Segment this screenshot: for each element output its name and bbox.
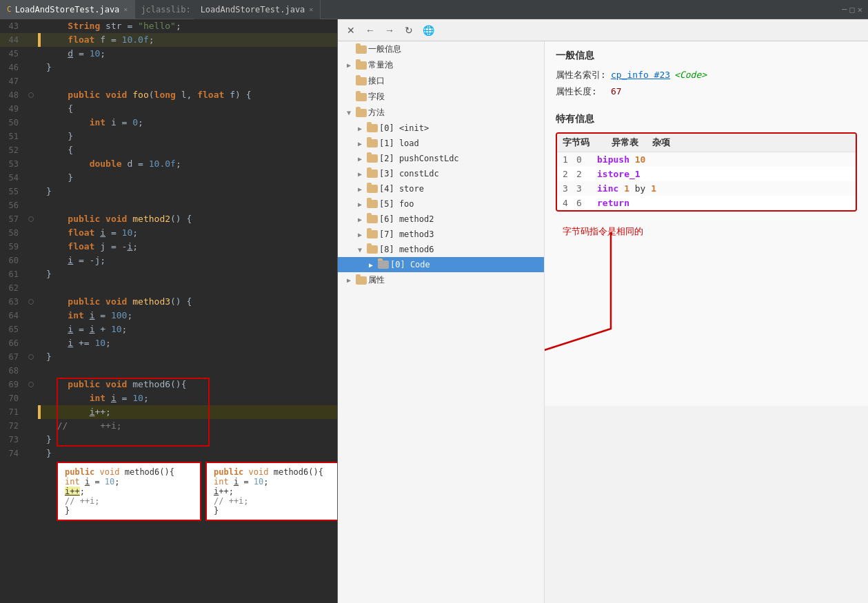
code-line-68: 68 [0, 364, 337, 378]
folder-icon-constldc [367, 170, 378, 178]
tree-item-fields[interactable]: 字段 [338, 89, 544, 105]
bytecode-table: 字节码 异常表 杂项 1 0 bipush 10 2 [556, 132, 857, 212]
tree-item-attrs[interactable]: ▶ 属性 [338, 272, 544, 288]
bc-row-num-4: 4 [563, 198, 576, 208]
tree-label-pushconstldc: [2] pushConstLdc [379, 154, 459, 163]
jcl-main-tab[interactable]: LoadAndStoreTest.java ✕ [194, 0, 321, 19]
folder-icon-methods [356, 109, 367, 117]
folder-icon-method6 [367, 245, 378, 254]
back-button[interactable]: ← [363, 23, 378, 38]
restore-btn[interactable]: □ [850, 5, 855, 14]
jcl-tab-close[interactable]: ✕ [309, 6, 313, 13]
tree-label-method3: [7] method3 [379, 229, 434, 239]
tree-label-methods: 方法 [368, 107, 385, 119]
tree-item-code[interactable]: ▶ [0] Code [338, 257, 544, 272]
bc-header-misc: 杂项 [652, 136, 850, 149]
tree-label-interface: 接口 [368, 75, 385, 87]
code-line-45: 45 d = 10; [0, 47, 337, 61]
attr-name-value[interactable]: cp_info #23 [611, 70, 670, 80]
jcl-tree[interactable]: 一般信息 ▶ 常量池 接口 字段 [338, 41, 545, 603]
code-line-61: 61 } [0, 267, 337, 281]
jcl-toolbar: ✕ ← → ↻ 🌐 [338, 19, 868, 41]
left-editor-tab[interactable]: C LoadAndStoreTest.java ✕ [0, 0, 135, 19]
jcl-content: 一般信息 ▶ 常量池 接口 字段 [338, 41, 868, 603]
close-button[interactable]: ✕ [343, 23, 359, 38]
tree-item-method6[interactable]: ▼ [8] method6 [338, 242, 544, 257]
tree-item-interface[interactable]: 接口 [338, 73, 544, 89]
code-line-48: 48 public void foo(long l, float f) { [0, 88, 337, 102]
code-line-60: 60 i = -j; [0, 254, 337, 267]
tree-label-load: [1] load [379, 139, 419, 148]
tree-item-pushconstldc[interactable]: ▶ [2] pushConstLdc [338, 151, 544, 166]
snippet-2: public void method6(){ int i = 10; i++; … [205, 462, 338, 521]
attr-len-value: 67 [611, 86, 622, 96]
tree-item-init[interactable]: ▶ [0] <init> [338, 121, 544, 136]
arrow-svg [556, 218, 857, 398]
tree-label-store: [4] store [379, 184, 424, 194]
bc-row-num-2: 2 [563, 169, 576, 179]
attr-name-row: 属性名索引: cp_info #23 <Code> [556, 69, 857, 81]
code-line-56: 56 [0, 198, 337, 212]
bc-row-num-1: 1 [563, 154, 576, 165]
bc-instr-3: iinc 1 by 1 [597, 183, 850, 194]
info-title-general: 一般信息 [556, 50, 857, 62]
tree-item-method2[interactable]: ▶ [6] method2 [338, 212, 544, 227]
code-line-67: 67 } [0, 350, 337, 364]
bc-header-exceptions: 异常表 [597, 136, 652, 149]
tree-item-store[interactable]: ▶ [4] store [338, 181, 544, 196]
min-btn[interactable]: ─ [842, 5, 847, 14]
tree-item-load[interactable]: ▶ [1] load [338, 136, 544, 151]
jcl-label: jclasslib: [141, 5, 190, 14]
tree-item-foo[interactable]: ▶ [5] foo [338, 196, 544, 212]
java-icon: C [7, 5, 12, 14]
refresh-button[interactable]: ↻ [401, 23, 416, 38]
code-line-65: 65 i = i + 10; [0, 323, 337, 336]
annotation-text: 字节码指令是相同的 [563, 225, 643, 238]
bc-row-3: 3 3 iinc 1 by 1 [557, 181, 856, 196]
code-line-64: 64 int i = 100; [0, 309, 337, 323]
code-line-66: 66 i += 10; [0, 336, 337, 350]
attr-len-label: 属性长度: [556, 85, 611, 98]
max-btn[interactable]: ✕ [858, 5, 862, 14]
tree-label-method6: [8] method6 [379, 245, 434, 254]
code-line-46: 46 } [0, 61, 337, 74]
tree-item-general[interactable]: 一般信息 [338, 41, 544, 57]
code-editor[interactable]: 43 String str = "hello"; 44 float f = 10… [0, 19, 338, 603]
code-line-69: 69 public void method6(){ [0, 378, 337, 391]
folder-icon-store [367, 185, 378, 193]
tree-item-method3[interactable]: ▶ [7] method3 [338, 227, 544, 242]
info-overlay-container: 一般信息 属性名索引: cp_info #23 <Code> 属性长度: 67 … [545, 41, 868, 603]
bc-header-bytecode: 字节码 [563, 136, 597, 149]
code-box-region: 69 public void method6(){ 70 int i = 10;… [0, 378, 337, 447]
globe-button[interactable]: 🌐 [421, 23, 436, 38]
bc-instr-2: istore_1 [597, 169, 850, 179]
bc-offset-2: 2 [576, 169, 597, 179]
tree-label-general: 一般信息 [368, 43, 401, 55]
attr-name-link[interactable]: <Code> [674, 70, 707, 80]
tree-item-const-pool[interactable]: ▶ 常量池 [338, 57, 544, 73]
tree-label-fields: 字段 [368, 91, 385, 103]
tree-item-constldc[interactable]: ▶ [3] constLdc [338, 166, 544, 181]
bc-offset-1: 0 [576, 154, 597, 165]
jcl-tab-area: jclasslib: LoadAndStoreTest.java ✕ [141, 0, 321, 19]
tree-item-methods[interactable]: ▼ 方法 [338, 105, 544, 121]
arrow-annotation-area: 字节码指令是相同的 [556, 218, 857, 398]
folder-icon-load [367, 139, 378, 147]
forward-button[interactable]: → [382, 23, 397, 38]
code-line-49: 49 { [0, 102, 337, 116]
bc-instr-1: bipush 10 [597, 154, 850, 165]
code-line-63: 63 public void method3() { [0, 295, 337, 309]
window-controls: ─ □ ✕ [842, 5, 868, 14]
tree-label-const: 常量池 [368, 59, 393, 71]
code-line-58: 58 float i = 10; [0, 226, 337, 240]
left-tab-close[interactable]: ✕ [123, 6, 128, 13]
main-area: 43 String str = "hello"; 44 float f = 10… [0, 19, 868, 603]
folder-icon-method3 [367, 230, 378, 238]
code-line-59: 59 float j = -i; [0, 240, 337, 254]
folder-icon-general [356, 45, 367, 54]
code-line-71: 71 i++; [0, 405, 337, 419]
left-tab-label: LoadAndStoreTest.java [15, 5, 120, 14]
code-line-74: 74 } [0, 447, 337, 460]
folder-icon-fields [356, 93, 367, 101]
code-line-52: 52 { [0, 143, 337, 157]
